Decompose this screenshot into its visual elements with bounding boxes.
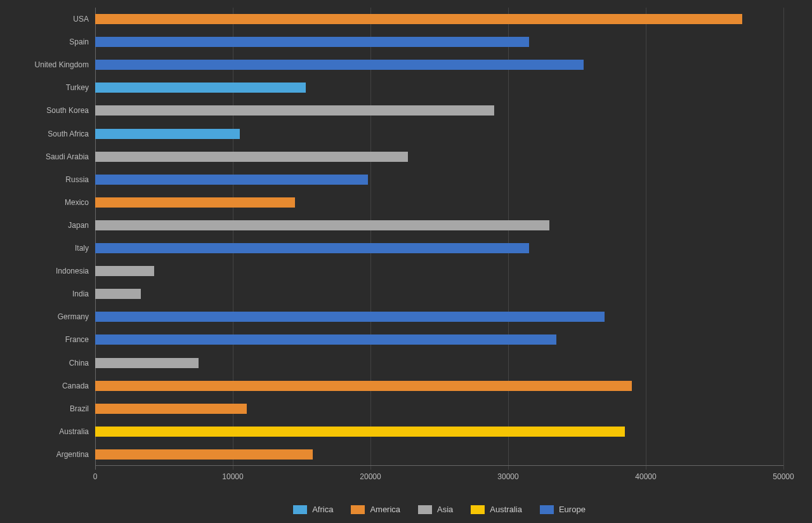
y-tick-label: China [69, 359, 89, 367]
bar [95, 381, 632, 391]
bar-chart: USASpainUnited KingdomTurkeySouth KoreaS… [0, 0, 812, 523]
bar [95, 37, 529, 47]
bar [95, 312, 605, 322]
y-tick-label: France [65, 335, 89, 344]
bar [95, 129, 240, 139]
y-tick-label: Italy [75, 244, 89, 253]
bar [95, 427, 625, 437]
y-tick-label: Spain [69, 37, 89, 46]
y-tick-label: Russia [65, 175, 89, 184]
y-tick-label: Indonesia [56, 267, 89, 275]
y-tick-label: Turkey [66, 83, 89, 92]
plot-area: 01000020000300004000050000 [95, 8, 783, 466]
y-tick-label: USA [73, 15, 89, 23]
legend-item: Africa [293, 505, 333, 514]
y-tick-label: India [72, 289, 89, 298]
legend-item: Asia [418, 505, 453, 514]
legend-swatch [293, 505, 307, 514]
legend-item: America [351, 505, 400, 514]
bar [95, 404, 247, 414]
legend-swatch [540, 505, 554, 514]
bars [95, 8, 783, 466]
y-tick-label: Australia [59, 427, 89, 436]
x-tick-label: 10000 [222, 472, 243, 481]
bar [95, 152, 408, 162]
y-tick-label: Brazil [70, 404, 89, 413]
x-tick-label: 50000 [773, 472, 794, 481]
y-tick-label: South Korea [46, 106, 89, 115]
y-tick-label: Canada [62, 381, 89, 390]
bar [95, 266, 154, 276]
legend-label: Africa [312, 505, 333, 514]
legend: AfricaAmericaAsiaAustraliaEurope [95, 505, 783, 514]
bar [95, 220, 549, 230]
bar [95, 60, 584, 70]
y-tick-label: United Kingdom [35, 60, 89, 69]
legend-item: Europe [540, 505, 586, 514]
legend-label: Europe [559, 505, 586, 514]
bar [95, 358, 199, 368]
bar [95, 14, 742, 24]
bar [95, 175, 368, 185]
bar [95, 105, 494, 116]
x-axis [95, 465, 783, 466]
y-tick-label: Mexico [65, 198, 89, 207]
x-tick-label: 20000 [360, 472, 381, 481]
x-tick-label: 40000 [635, 472, 656, 481]
grid-line [783, 8, 784, 470]
legend-label: America [370, 505, 400, 514]
legend-swatch [418, 505, 432, 514]
x-tick-label: 30000 [497, 472, 518, 481]
legend-swatch [471, 505, 485, 514]
y-tick-label: Japan [68, 221, 89, 230]
y-tick-label: Saudi Arabia [46, 152, 89, 161]
legend-label: Australia [490, 505, 522, 514]
legend-label: Asia [437, 505, 453, 514]
y-axis-labels: USASpainUnited KingdomTurkeySouth KoreaS… [0, 8, 89, 466]
bar [95, 83, 306, 93]
bar [95, 334, 556, 345]
y-tick-label: Argentina [56, 450, 89, 459]
y-tick-label: Germany [58, 312, 89, 321]
bar [95, 449, 313, 460]
bar [95, 243, 529, 253]
x-tick-label: 0 [93, 472, 98, 481]
legend-swatch [351, 505, 365, 514]
bar [95, 289, 141, 299]
bar [95, 197, 295, 208]
legend-item: Australia [471, 505, 522, 514]
y-tick-label: South Africa [48, 129, 89, 138]
